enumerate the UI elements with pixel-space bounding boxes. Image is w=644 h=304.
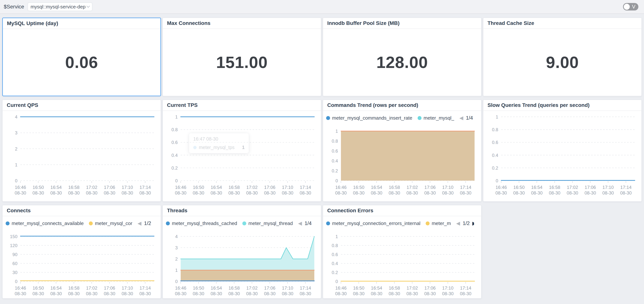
legend-item[interactable]: meter_mysql_cor (89, 221, 132, 226)
svg-text:16:5408-30: 16:5408-30 (371, 185, 382, 195)
svg-text:16:5008-30: 16:5008-30 (193, 286, 204, 296)
legend-prev-page-icon[interactable]: ◀ (138, 221, 142, 226)
legend-item[interactable]: meter_mysql_commands_insert_rate (326, 115, 412, 121)
svg-text:2: 2 (175, 257, 178, 262)
svg-text:1: 1 (15, 162, 18, 167)
svg-text:60: 60 (12, 261, 18, 266)
chart-card-current-tps: Current TPS 00.20.40.60.8116:4608-3016:5… (162, 100, 321, 202)
service-select-value: mysql::mysql-service-deployme (30, 4, 86, 10)
legend-prev-page-icon[interactable]: ◀ (298, 221, 302, 226)
legend-item[interactable]: meter_mysql_threads_cached (166, 221, 237, 226)
svg-text:0: 0 (336, 178, 338, 183)
legend-next-page-icon[interactable]: ▶ (472, 221, 474, 226)
stat-card-mysql-uptime[interactable]: MySQL Uptime (day) 0.06 (2, 17, 161, 96)
svg-text:16:4608-30: 16:4608-30 (14, 286, 26, 296)
legend-page-indicator: 1/2 (462, 221, 470, 226)
chart-legend: meter_mysql_connection_errors_internalme… (326, 219, 474, 227)
legend-page-indicator: 1/4 (304, 221, 312, 226)
svg-text:17:1408-30: 17:1408-30 (460, 286, 472, 296)
svg-text:16:4608-30: 16:4608-30 (495, 185, 507, 195)
legend-label: meter_mysql_connects_available (12, 221, 84, 226)
svg-text:0: 0 (15, 178, 18, 183)
legend-item[interactable]: meter_mysql_ (418, 115, 454, 121)
chart-plot[interactable]: 0123416:4608-3016:5008-3016:5408-3016:58… (163, 227, 321, 298)
svg-text:16:5008-30: 16:5008-30 (353, 185, 364, 195)
card-title: Threads (163, 205, 321, 216)
stat-value: 0.06 (3, 29, 160, 96)
svg-text:17:1008-30: 17:1008-30 (442, 286, 454, 296)
legend-item[interactable]: meter_mysql_connects_available (6, 221, 84, 226)
legend-item[interactable]: meter_mysql_connection_errors_internal (326, 221, 420, 226)
legend-item[interactable]: meter_m (426, 221, 451, 226)
svg-text:0: 0 (15, 279, 18, 284)
svg-text:0.2: 0.2 (332, 168, 338, 173)
view-toggle[interactable]: V (623, 3, 638, 10)
svg-text:0.4: 0.4 (492, 153, 498, 158)
stat-card-max-connections[interactable]: Max Connections 151.00 (162, 17, 321, 96)
legend-prev-page-icon[interactable]: ◀ (460, 116, 463, 121)
card-title: Max Connections (163, 18, 321, 29)
card-title: Thread Cache Size (483, 18, 642, 29)
legend-page-indicator: 1/4 (466, 115, 473, 121)
svg-text:17:0208-30: 17:0208-30 (246, 185, 258, 195)
svg-text:16:5008-30: 16:5008-30 (32, 185, 44, 195)
svg-text:17:1408-30: 17:1408-30 (140, 185, 151, 195)
chart-plot[interactable]: 00.20.40.60.8116:4608-3016:5008-3016:540… (163, 111, 321, 201)
legend-dot-icon (326, 116, 330, 120)
chart-plot[interactable]: 030609012015016:4608-3016:5008-3016:5408… (2, 227, 161, 298)
svg-text:17:1008-30: 17:1008-30 (122, 185, 133, 195)
svg-text:16:5808-30: 16:5808-30 (389, 286, 400, 296)
svg-text:17:1008-30: 17:1008-30 (282, 185, 293, 195)
chart-plot[interactable]: 00.20.40.60.8116:4608-3016:5008-3016:540… (323, 227, 481, 298)
svg-text:16:5808-30: 16:5808-30 (549, 185, 560, 195)
topbar: $Service mysql::mysql-service-deployme V (0, 0, 644, 14)
svg-text:0.8: 0.8 (492, 127, 498, 132)
svg-text:16:5808-30: 16:5808-30 (228, 286, 240, 296)
dashboard-page: $Service mysql::mysql-service-deployme V… (0, 0, 644, 304)
svg-text:16:5808-30: 16:5808-30 (389, 185, 400, 195)
svg-text:0.6: 0.6 (332, 149, 338, 153)
card-title: MySQL Uptime (day) (3, 18, 160, 29)
card-title: Current TPS (163, 100, 321, 111)
chart-card-threads: Threads meter_mysql_threads_cachedmeter_… (162, 205, 321, 299)
stat-card-innodb-buffer-pool[interactable]: Innodb Buffer Pool Size (MB) 128.00 (323, 17, 482, 96)
chart-card-connects: Connects meter_mysql_connects_availablem… (2, 205, 161, 299)
legend-pager: ◀1/2▶ (456, 221, 474, 226)
svg-text:17:1008-30: 17:1008-30 (442, 185, 454, 195)
svg-text:16:5008-30: 16:5008-30 (513, 185, 524, 195)
service-select[interactable]: mysql::mysql-service-deployme (28, 2, 92, 11)
dashboard-grid: MySQL Uptime (day) 0.06 Max Connections … (0, 14, 644, 299)
svg-text:2: 2 (15, 146, 18, 152)
card-title: Connection Errors (323, 205, 481, 216)
svg-text:17:0608-30: 17:0608-30 (104, 185, 115, 195)
svg-text:17:0208-30: 17:0208-30 (86, 185, 98, 195)
legend-item[interactable]: meter_mysql_thread (242, 221, 293, 226)
topbar-right: V (623, 3, 641, 10)
svg-text:16:5408-30: 16:5408-30 (531, 185, 542, 195)
chart-card-current-qps: Current QPS 0123416:4608-3016:5008-3016:… (2, 100, 161, 202)
legend-dot-icon (326, 221, 330, 225)
chart-plot[interactable]: 00.20.40.60.8116:4608-3016:5008-3016:540… (323, 122, 481, 201)
svg-text:0.8: 0.8 (332, 243, 338, 248)
svg-text:17:0608-30: 17:0608-30 (424, 286, 436, 296)
svg-text:17:0208-30: 17:0208-30 (567, 185, 578, 195)
svg-text:0: 0 (175, 279, 178, 284)
svg-text:0.6: 0.6 (172, 140, 178, 145)
legend-prev-page-icon[interactable]: ◀ (456, 221, 460, 226)
stat-value: 128.00 (323, 29, 481, 96)
svg-text:16:5008-30: 16:5008-30 (353, 286, 364, 296)
svg-text:150: 150 (10, 234, 18, 239)
svg-text:17:0608-30: 17:0608-30 (424, 185, 436, 195)
legend-page-indicator: 1/2 (144, 221, 151, 226)
legend-label: meter_mysql_cor (95, 221, 132, 226)
svg-text:16:4608-30: 16:4608-30 (175, 286, 186, 296)
chart-legend: meter_mysql_connects_availablemeter_mysq… (6, 219, 154, 227)
svg-text:17:1408-30: 17:1408-30 (300, 185, 311, 195)
chart-plot[interactable]: 0123416:4608-3016:5008-3016:5408-3016:58… (2, 111, 161, 201)
card-title: Connects (2, 205, 161, 216)
chart-plot[interactable]: 00.20.40.60.8116:4608-3016:5008-3016:540… (483, 111, 642, 201)
svg-text:16:4608-30: 16:4608-30 (14, 185, 26, 195)
card-title: Current QPS (2, 100, 161, 111)
stat-card-thread-cache-size[interactable]: Thread Cache Size 9.00 (483, 17, 642, 96)
svg-text:1: 1 (175, 114, 178, 119)
